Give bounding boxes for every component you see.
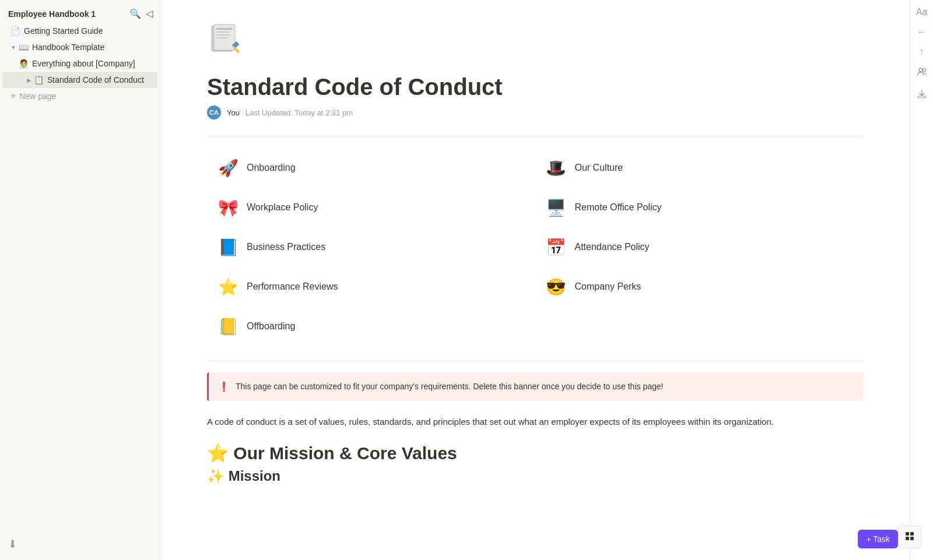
svg-rect-5 xyxy=(216,37,228,38)
card-label: Remote Office Policy xyxy=(575,202,662,213)
card-label: Business Practices xyxy=(247,242,325,252)
card-label: Workplace Policy xyxy=(247,202,318,213)
workspace-title: Employee Handbook 1 xyxy=(8,9,96,19)
collapse-sidebar-icon[interactable]: ◁ xyxy=(146,8,153,19)
sidebar-item-label: Everything about [Company] xyxy=(32,59,135,68)
card-company-perks[interactable]: 😎 Company Perks xyxy=(535,267,864,307)
tophat-icon: 🎩 xyxy=(545,156,568,179)
svg-rect-9 xyxy=(918,96,926,98)
new-page-label: New page xyxy=(19,91,56,101)
card-remote-office-policy[interactable]: 🖥️ Remote Office Policy xyxy=(535,188,864,227)
ribbon-icon: 🎀 xyxy=(216,196,240,219)
grid-view-button[interactable] xyxy=(898,526,921,548)
right-toolbar: Aa ← ↑ xyxy=(910,0,933,560)
clipboard-icon: 📋 xyxy=(34,75,44,84)
page-icon xyxy=(207,23,863,66)
section-title: ⭐ Our Mission & Core Values xyxy=(207,443,863,463)
card-attendance-policy[interactable]: 📅 Attendance Policy xyxy=(535,227,864,267)
card-label: Onboarding xyxy=(247,163,296,173)
warning-icon: ❗ xyxy=(218,381,230,392)
sidebar-item-label: Handbook Template xyxy=(32,43,104,52)
svg-rect-13 xyxy=(910,537,914,540)
card-our-culture[interactable]: 🎩 Our Culture xyxy=(535,148,864,188)
book-icon: 📖 xyxy=(19,43,29,52)
last-updated: Last Updated: Today at 2:31 pm xyxy=(245,108,353,117)
font-size-icon[interactable]: Aa xyxy=(916,7,928,17)
card-business-practices[interactable]: 📘 Business Practices xyxy=(207,227,535,267)
card-performance-reviews[interactable]: ⭐ Performance Reviews xyxy=(207,267,535,307)
page-content: Standard Code of Conduct CA You Last Upd… xyxy=(160,0,910,560)
card-label: Performance Reviews xyxy=(247,281,338,292)
svg-rect-4 xyxy=(216,34,230,36)
monitor-icon: 🖥️ xyxy=(545,196,568,219)
divider xyxy=(207,136,863,136)
cards-grid: 🚀 Onboarding 🎩 Our Culture 🎀 Workplace P… xyxy=(207,148,863,346)
callout-banner: ❗ This page can be customized to fit you… xyxy=(207,372,863,401)
calendar-icon: 📅 xyxy=(545,235,568,259)
task-button-label: + Task xyxy=(866,534,890,544)
export-icon[interactable] xyxy=(917,89,927,101)
rocket-icon: 🚀 xyxy=(216,156,240,179)
divider-2 xyxy=(207,360,863,361)
sidebar-item-everything-about[interactable]: 🧑‍💼 Everything about [Company] xyxy=(2,55,157,72)
star-icon: ⭐ xyxy=(216,275,240,298)
card-label: Offboarding xyxy=(247,321,295,332)
svg-rect-11 xyxy=(910,532,914,536)
svg-point-8 xyxy=(923,69,925,72)
page-meta: CA You Last Updated: Today at 2:31 pm xyxy=(207,105,863,119)
main-area: Standard Code of Conduct CA You Last Upd… xyxy=(160,0,933,560)
avatar: CA xyxy=(207,105,221,119)
section-subtitle: ✨ Mission xyxy=(207,468,863,484)
search-icon[interactable]: 🔍 xyxy=(129,8,141,19)
sidebar-item-standard-code[interactable]: ▶ 📋 Standard Code of Conduct xyxy=(2,72,157,88)
author-name: You xyxy=(227,108,240,117)
plus-icon: + xyxy=(10,91,16,101)
bluebook-icon: 📘 xyxy=(216,235,240,259)
back-arrow-icon[interactable]: ← xyxy=(917,27,927,37)
sidebar-item-label: Getting Started Guide xyxy=(24,26,103,36)
sidebar-item-label: Standard Code of Conduct xyxy=(47,75,144,84)
download-icon: ⬇ xyxy=(8,538,17,550)
sidebar-header-icons: 🔍 ◁ xyxy=(129,8,153,19)
task-button[interactable]: + Task xyxy=(858,530,898,548)
svg-point-7 xyxy=(919,68,923,72)
card-label: Our Culture xyxy=(575,163,623,173)
sidebar-item-getting-started[interactable]: 📄 Getting Started Guide xyxy=(2,23,157,39)
document-icon: 📄 xyxy=(10,26,20,36)
workspace-header: Employee Handbook 1 🔍 ◁ xyxy=(0,5,160,23)
card-workplace-policy[interactable]: 🎀 Workplace Policy xyxy=(207,188,535,227)
collaborators-icon[interactable] xyxy=(917,66,927,79)
card-label: Attendance Policy xyxy=(575,242,650,252)
new-page-button[interactable]: + New page xyxy=(2,88,157,104)
svg-rect-10 xyxy=(906,532,909,536)
sidebar: Employee Handbook 1 🔍 ◁ 📄 Getting Starte… xyxy=(0,0,160,560)
card-offboarding[interactable]: 📒 Offboarding xyxy=(207,307,535,346)
notebook-icon: 📒 xyxy=(216,315,240,338)
svg-rect-3 xyxy=(216,31,229,33)
page-title: Standard Code of Conduct xyxy=(207,73,863,101)
card-label: Company Perks xyxy=(575,281,641,292)
svg-rect-12 xyxy=(906,537,909,540)
share-icon[interactable]: ↑ xyxy=(920,47,924,57)
person-icon: 🧑‍💼 xyxy=(19,59,29,68)
sidebar-bottom-icon[interactable]: ⬇ xyxy=(0,533,160,555)
svg-rect-2 xyxy=(216,28,233,30)
sunglasses-icon: 😎 xyxy=(545,275,568,298)
body-text: A code of conduct is a set of values, ru… xyxy=(207,415,863,429)
banner-text: This page can be customized to fit your … xyxy=(236,381,663,393)
expand-arrow-icon: ▶ xyxy=(27,77,31,83)
expand-arrow-icon: ▼ xyxy=(10,44,16,51)
sidebar-item-handbook-template[interactable]: ▼ 📖 Handbook Template xyxy=(2,39,157,55)
card-onboarding[interactable]: 🚀 Onboarding xyxy=(207,148,535,188)
